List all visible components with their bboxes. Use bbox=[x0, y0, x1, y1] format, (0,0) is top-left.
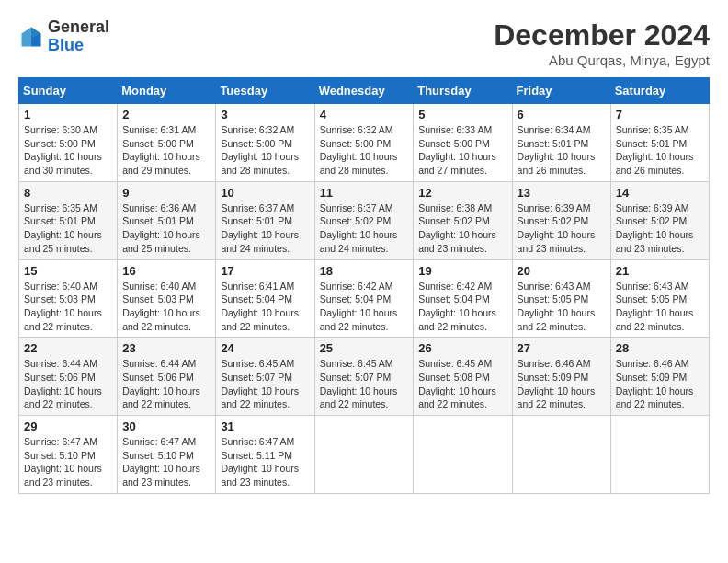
weekday-header: Tuesday bbox=[216, 78, 314, 104]
day-info: Sunrise: 6:36 AMSunset: 5:01 PMDaylight:… bbox=[122, 201, 210, 256]
calendar-cell: 20 Sunrise: 6:43 AMSunset: 5:05 PMDaylig… bbox=[512, 259, 610, 338]
weekday-header: Saturday bbox=[610, 78, 709, 104]
day-info: Sunrise: 6:37 AMSunset: 5:02 PMDaylight:… bbox=[320, 201, 409, 256]
day-info: Sunrise: 6:40 AMSunset: 5:03 PMDaylight:… bbox=[24, 280, 112, 334]
logo: General Blue bbox=[18, 18, 109, 55]
day-info: Sunrise: 6:41 AMSunset: 5:04 PMDaylight:… bbox=[221, 280, 309, 334]
calendar-week-row: 22 Sunrise: 6:44 AMSunset: 5:06 PMDaylig… bbox=[19, 338, 710, 416]
day-number: 30 bbox=[122, 419, 210, 433]
day-number: 3 bbox=[221, 108, 309, 121]
calendar-cell: 17 Sunrise: 6:41 AMSunset: 5:04 PMDaylig… bbox=[216, 259, 314, 338]
day-number: 21 bbox=[616, 264, 704, 278]
day-number: 13 bbox=[518, 186, 606, 200]
day-number: 12 bbox=[418, 186, 506, 200]
day-number: 6 bbox=[518, 108, 606, 121]
calendar-cell bbox=[314, 416, 414, 494]
weekday-header: Friday bbox=[512, 78, 610, 104]
day-info: Sunrise: 6:45 AMSunset: 5:08 PMDaylight:… bbox=[418, 357, 506, 411]
day-number: 2 bbox=[122, 108, 210, 121]
calendar-cell: 8 Sunrise: 6:35 AMSunset: 5:01 PMDayligh… bbox=[19, 181, 118, 259]
calendar-cell: 9 Sunrise: 6:36 AMSunset: 5:01 PMDayligh… bbox=[118, 181, 216, 259]
day-info: Sunrise: 6:40 AMSunset: 5:03 PMDaylight:… bbox=[122, 280, 210, 334]
day-number: 1 bbox=[24, 108, 112, 121]
calendar-cell: 21 Sunrise: 6:43 AMSunset: 5:05 PMDaylig… bbox=[610, 259, 709, 338]
month-year-title: December 2024 bbox=[494, 18, 710, 52]
day-number: 26 bbox=[418, 341, 506, 355]
day-number: 10 bbox=[221, 186, 309, 200]
calendar-cell: 3 Sunrise: 6:32 AMSunset: 5:00 PMDayligh… bbox=[216, 104, 314, 182]
day-number: 8 bbox=[24, 186, 112, 200]
calendar-cell: 19 Sunrise: 6:42 AMSunset: 5:04 PMDaylig… bbox=[414, 259, 512, 338]
day-info: Sunrise: 6:35 AMSunset: 5:01 PMDaylight:… bbox=[616, 123, 704, 178]
day-info: Sunrise: 6:42 AMSunset: 5:04 PMDaylight:… bbox=[418, 280, 506, 334]
calendar-cell: 14 Sunrise: 6:39 AMSunset: 5:02 PMDaylig… bbox=[610, 181, 709, 259]
day-info: Sunrise: 6:45 AMSunset: 5:07 PMDaylight:… bbox=[320, 357, 409, 411]
day-number: 16 bbox=[122, 264, 210, 278]
calendar-cell: 12 Sunrise: 6:38 AMSunset: 5:02 PMDaylig… bbox=[414, 181, 512, 259]
calendar-cell bbox=[512, 416, 610, 494]
calendar-cell: 13 Sunrise: 6:39 AMSunset: 5:02 PMDaylig… bbox=[512, 181, 610, 259]
page-header: General Blue December 2024 Abu Qurqas, M… bbox=[18, 18, 710, 68]
day-number: 22 bbox=[24, 341, 112, 355]
day-info: Sunrise: 6:44 AMSunset: 5:06 PMDaylight:… bbox=[24, 357, 112, 411]
calendar-cell: 31 Sunrise: 6:47 AMSunset: 5:11 PMDaylig… bbox=[216, 416, 314, 494]
calendar-cell: 28 Sunrise: 6:46 AMSunset: 5:09 PMDaylig… bbox=[610, 338, 709, 416]
calendar-cell: 30 Sunrise: 6:47 AMSunset: 5:10 PMDaylig… bbox=[118, 416, 216, 494]
day-info: Sunrise: 6:42 AMSunset: 5:04 PMDaylight:… bbox=[320, 280, 409, 334]
day-info: Sunrise: 6:39 AMSunset: 5:02 PMDaylight:… bbox=[518, 201, 606, 256]
day-number: 5 bbox=[418, 108, 506, 121]
day-number: 14 bbox=[616, 186, 704, 200]
calendar-cell: 15 Sunrise: 6:40 AMSunset: 5:03 PMDaylig… bbox=[19, 259, 118, 338]
calendar-cell: 16 Sunrise: 6:40 AMSunset: 5:03 PMDaylig… bbox=[118, 259, 216, 338]
calendar-cell: 7 Sunrise: 6:35 AMSunset: 5:01 PMDayligh… bbox=[610, 104, 709, 182]
calendar-week-row: 29 Sunrise: 6:47 AMSunset: 5:10 PMDaylig… bbox=[19, 416, 710, 494]
calendar-cell: 23 Sunrise: 6:44 AMSunset: 5:06 PMDaylig… bbox=[118, 338, 216, 416]
day-number: 7 bbox=[616, 108, 704, 121]
day-info: Sunrise: 6:47 AMSunset: 5:10 PMDaylight:… bbox=[24, 435, 112, 489]
day-info: Sunrise: 6:39 AMSunset: 5:02 PMDaylight:… bbox=[616, 201, 704, 256]
day-info: Sunrise: 6:47 AMSunset: 5:10 PMDaylight:… bbox=[122, 435, 210, 489]
day-number: 23 bbox=[122, 341, 210, 355]
day-number: 25 bbox=[320, 341, 409, 355]
day-number: 19 bbox=[418, 264, 506, 278]
calendar-week-row: 15 Sunrise: 6:40 AMSunset: 5:03 PMDaylig… bbox=[19, 259, 710, 338]
day-info: Sunrise: 6:45 AMSunset: 5:07 PMDaylight:… bbox=[221, 357, 309, 411]
calendar-cell: 27 Sunrise: 6:46 AMSunset: 5:09 PMDaylig… bbox=[512, 338, 610, 416]
calendar-cell: 25 Sunrise: 6:45 AMSunset: 5:07 PMDaylig… bbox=[314, 338, 414, 416]
day-number: 31 bbox=[221, 419, 309, 433]
weekday-header: Monday bbox=[118, 78, 216, 104]
calendar-cell: 5 Sunrise: 6:33 AMSunset: 5:00 PMDayligh… bbox=[414, 104, 512, 182]
logo-icon bbox=[18, 24, 44, 50]
day-info: Sunrise: 6:32 AMSunset: 5:00 PMDaylight:… bbox=[320, 123, 409, 178]
day-number: 9 bbox=[122, 186, 210, 200]
calendar-cell: 1 Sunrise: 6:30 AMSunset: 5:00 PMDayligh… bbox=[19, 104, 118, 182]
day-number: 28 bbox=[616, 341, 704, 355]
location-subtitle: Abu Qurqas, Minya, Egypt bbox=[494, 52, 710, 68]
day-info: Sunrise: 6:33 AMSunset: 5:00 PMDaylight:… bbox=[418, 123, 506, 178]
day-info: Sunrise: 6:47 AMSunset: 5:11 PMDaylight:… bbox=[221, 435, 309, 489]
calendar-cell: 6 Sunrise: 6:34 AMSunset: 5:01 PMDayligh… bbox=[512, 104, 610, 182]
day-number: 29 bbox=[24, 419, 112, 433]
calendar-table: SundayMondayTuesdayWednesdayThursdayFrid… bbox=[18, 77, 710, 494]
day-number: 18 bbox=[320, 264, 409, 278]
day-info: Sunrise: 6:30 AMSunset: 5:00 PMDaylight:… bbox=[24, 123, 112, 178]
day-info: Sunrise: 6:32 AMSunset: 5:00 PMDaylight:… bbox=[221, 123, 309, 178]
calendar-cell bbox=[414, 416, 512, 494]
calendar-cell: 4 Sunrise: 6:32 AMSunset: 5:00 PMDayligh… bbox=[314, 104, 414, 182]
day-info: Sunrise: 6:38 AMSunset: 5:02 PMDaylight:… bbox=[418, 201, 506, 256]
day-info: Sunrise: 6:46 AMSunset: 5:09 PMDaylight:… bbox=[518, 357, 606, 411]
day-number: 4 bbox=[320, 108, 409, 121]
day-number: 27 bbox=[518, 341, 606, 355]
calendar-cell: 11 Sunrise: 6:37 AMSunset: 5:02 PMDaylig… bbox=[314, 181, 414, 259]
day-info: Sunrise: 6:31 AMSunset: 5:00 PMDaylight:… bbox=[122, 123, 210, 178]
calendar-cell: 10 Sunrise: 6:37 AMSunset: 5:01 PMDaylig… bbox=[216, 181, 314, 259]
logo-text: General Blue bbox=[48, 18, 109, 55]
calendar-cell: 22 Sunrise: 6:44 AMSunset: 5:06 PMDaylig… bbox=[19, 338, 118, 416]
calendar-week-row: 1 Sunrise: 6:30 AMSunset: 5:00 PMDayligh… bbox=[19, 104, 710, 182]
title-area: December 2024 Abu Qurqas, Minya, Egypt bbox=[494, 18, 710, 68]
calendar-cell bbox=[610, 416, 709, 494]
day-number: 24 bbox=[221, 341, 309, 355]
weekday-header: Thursday bbox=[414, 78, 512, 104]
day-number: 20 bbox=[518, 264, 606, 278]
calendar-cell: 29 Sunrise: 6:47 AMSunset: 5:10 PMDaylig… bbox=[19, 416, 118, 494]
